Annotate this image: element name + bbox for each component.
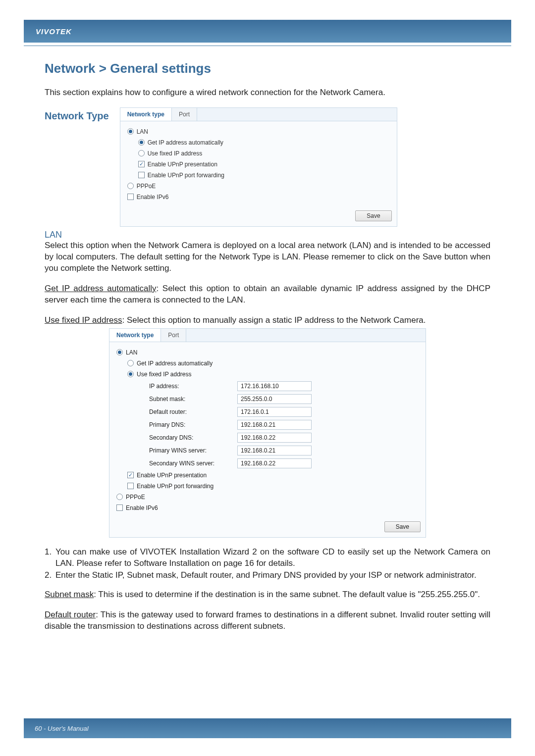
tab-port[interactable]: Port — [172, 108, 197, 121]
radio-pppoe[interactable] — [127, 183, 134, 189]
subnet-mask-input[interactable]: 255.255.0.0 — [237, 394, 312, 404]
lan-paragraph: Select this option when the Network Came… — [45, 240, 490, 274]
label-enable-ipv6: Enable IPv6 — [137, 194, 169, 201]
subnet-mask-label: Subnet mask: — [149, 396, 228, 403]
get-ip-auto-paragraph: Get IP address automatically: Select thi… — [45, 283, 490, 306]
checkbox-upnp-port-forwarding-2[interactable] — [127, 483, 134, 489]
numbered-list: 1.You can make use of VIVOTEK Installati… — [45, 547, 490, 582]
checkbox-enable-ipv6[interactable] — [127, 194, 134, 200]
subnet-mask-underline: Subnet mask — [45, 590, 94, 599]
radio-use-fixed-ip-2[interactable] — [127, 371, 134, 377]
use-fixed-paragraph: Use fixed IP address: Select this option… — [45, 315, 490, 326]
default-router-label: Default router: — [149, 408, 228, 415]
checkbox-upnp-presentation[interactable] — [138, 161, 145, 167]
page-title: Network > General settings — [45, 61, 490, 76]
label-use-fixed-ip: Use fixed IP address — [148, 150, 203, 157]
label-upnp-presentation: Enable UPnP presentation — [148, 161, 217, 168]
label-get-ip-auto-2: Get IP address automatically — [137, 360, 213, 367]
secondary-dns-input[interactable]: 192.168.0.22 — [237, 433, 312, 443]
radio-get-ip-auto[interactable] — [138, 139, 145, 146]
radio-lan[interactable] — [127, 128, 134, 135]
page-header: VIVOTEK — [24, 20, 511, 43]
label-upnp-port-forwarding-2: Enable UPnP port forwarding — [137, 483, 214, 490]
tabs-2: Network type Port — [109, 329, 426, 342]
brand-text: VIVOTEK — [36, 27, 72, 36]
ip-address-input[interactable]: 172.16.168.10 — [237, 381, 312, 391]
secondary-wins-input[interactable]: 192.168.0.22 — [237, 458, 312, 468]
radio-lan-2[interactable] — [116, 349, 123, 355]
list-text-2: Enter the Static IP, Subnet mask, Defaul… — [55, 570, 490, 581]
primary-dns-label: Primary DNS: — [149, 421, 228, 428]
list-num-2: 2. — [45, 570, 55, 581]
label-upnp-presentation-2: Enable UPnP presentation — [137, 472, 207, 479]
save-button[interactable]: Save — [355, 210, 391, 221]
use-fixed-underline: Use fixed IP address — [45, 315, 122, 325]
list-text-1: You can make use of VIVOTEK Installation… — [55, 547, 490, 569]
tab-port-2[interactable]: Port — [161, 329, 186, 342]
label-use-fixed-ip-2: Use fixed IP address — [137, 371, 192, 378]
get-ip-auto-underline: Get IP address automatically — [45, 284, 157, 293]
tabs: Network type Port — [120, 108, 397, 121]
primary-wins-label: Primary WINS server: — [149, 447, 228, 454]
checkbox-enable-ipv6-2[interactable] — [116, 504, 123, 511]
label-pppoe-2: PPPoE — [126, 494, 145, 501]
tab-network-type[interactable]: Network type — [120, 108, 172, 121]
label-lan-2: LAN — [126, 349, 137, 356]
footer-text: 60 - User's Manual — [35, 725, 89, 732]
primary-wins-input[interactable]: 192.168.0.21 — [237, 446, 312, 455]
label-pppoe: PPPoE — [137, 183, 156, 190]
default-router-input[interactable]: 172.16.0.1 — [237, 407, 312, 417]
label-get-ip-auto: Get IP address automatically — [148, 139, 223, 146]
secondary-wins-label: Secondary WINS server: — [149, 460, 228, 467]
network-type-heading: Network Type — [45, 107, 109, 122]
subnet-mask-paragraph: Subnet mask: This is used to determine i… — [45, 589, 490, 601]
primary-dns-input[interactable]: 192.168.0.21 — [237, 420, 312, 430]
use-fixed-rest: : Select this option to manually assign … — [122, 315, 426, 325]
label-enable-ipv6-2: Enable IPv6 — [126, 504, 158, 511]
checkbox-upnp-port-forwarding[interactable] — [138, 172, 145, 178]
tab-network-type-2[interactable]: Network type — [109, 329, 161, 342]
default-router-paragraph: Default router: This is the gateway used… — [45, 609, 490, 632]
subnet-mask-rest: : This is used to determine if the desti… — [94, 590, 480, 599]
default-router-rest: : This is the gateway used to forward fr… — [45, 610, 490, 631]
label-upnp-port-forwarding: Enable UPnP port forwarding — [148, 172, 224, 179]
secondary-dns-label: Secondary DNS: — [149, 434, 228, 441]
radio-use-fixed-ip[interactable] — [138, 150, 145, 156]
network-type-panel-1: Network type Port LAN Get IP address aut… — [120, 107, 397, 227]
network-type-panel-2: Network type Port LAN Get IP address aut… — [109, 328, 426, 538]
lan-heading: LAN — [45, 230, 490, 240]
page-footer: 60 - User's Manual — [24, 718, 511, 738]
radio-pppoe-2[interactable] — [116, 494, 123, 500]
default-router-underline: Default router — [45, 610, 96, 619]
intro-paragraph: This section explains how to configure a… — [45, 87, 490, 99]
save-button-2[interactable]: Save — [384, 521, 421, 532]
list-num-1: 1. — [45, 547, 55, 569]
ip-address-label: IP address: — [149, 383, 228, 390]
label-lan: LAN — [137, 128, 148, 135]
radio-get-ip-auto-2[interactable] — [127, 360, 134, 366]
checkbox-upnp-presentation-2[interactable] — [127, 472, 134, 478]
